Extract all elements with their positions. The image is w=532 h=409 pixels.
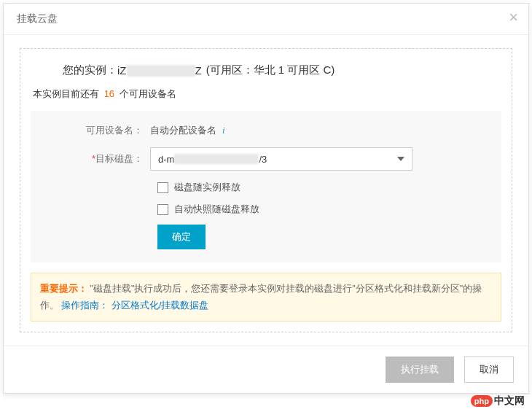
mount-disk-modal: 挂载云盘 × 您的实例： iZ Z (可用区：华北 1 可用区 C) 本实例目前… <box>3 3 529 394</box>
device-name-row: 可用设备名： 自动分配设备名 i <box>42 124 490 137</box>
device-name-label: 可用设备名： <box>42 124 150 137</box>
confirm-button[interactable]: 确定 <box>157 225 206 249</box>
device-count-line: 本实例目前还有 16 个可用设备名 <box>33 87 501 101</box>
target-disk-suffix: /3 <box>259 154 267 165</box>
instance-label: 您的实例： <box>63 63 117 77</box>
modal-header: 挂载云盘 × <box>4 4 528 35</box>
instance-info: 您的实例： iZ Z (可用区：华北 1 可用区 C) <box>63 63 501 77</box>
release-with-instance-checkbox[interactable] <box>157 182 168 193</box>
watermark-badge: php <box>471 395 493 407</box>
cancel-button[interactable]: 取消 <box>464 357 514 383</box>
target-disk-select[interactable]: d-m /3 <box>150 147 412 171</box>
release-with-instance-label: 磁盘随实例释放 <box>174 181 240 194</box>
instance-id-censored <box>127 65 195 77</box>
device-count-value: 16 <box>104 88 114 99</box>
instance-id-suffix: Z <box>195 64 202 77</box>
release-snapshot-checkbox[interactable] <box>157 204 168 215</box>
hint-strong: 重要提示： <box>40 284 87 294</box>
close-icon[interactable]: × <box>509 9 518 26</box>
modal-body: 您的实例： iZ Z (可用区：华北 1 可用区 C) 本实例目前还有 16 个… <box>4 35 528 346</box>
execute-mount-button[interactable]: 执行挂载 <box>386 357 454 383</box>
instance-id-prefix: iZ <box>117 64 127 77</box>
watermark-text: 中文网 <box>494 394 525 408</box>
device-count-prefix: 本实例目前还有 <box>33 88 99 99</box>
target-disk-prefix: d-m <box>158 154 174 165</box>
device-name-value-wrap: 自动分配设备名 i <box>150 124 225 137</box>
modal-footer: 执行挂载 取消 <box>4 346 528 393</box>
hint-box: 重要提示： "磁盘挂载"执行成功后，您还需要登录本实例对挂载的磁盘进行"分区格式… <box>31 273 501 322</box>
device-name-value: 自动分配设备名 <box>150 124 216 137</box>
hint-guide-label: 操作指南： <box>61 300 109 311</box>
hint-guide-link[interactable]: 分区格式化/挂载数据盘 <box>112 300 208 311</box>
chevron-down-icon <box>397 157 404 161</box>
content-panel: 您的实例： iZ Z (可用区：华北 1 可用区 C) 本实例目前还有 16 个… <box>20 48 512 332</box>
info-icon[interactable]: i <box>222 125 225 136</box>
instance-zone: (可用区：华北 1 可用区 C) <box>206 63 335 77</box>
device-count-suffix: 个可用设备名 <box>120 88 176 99</box>
release-with-instance-row[interactable]: 磁盘随实例释放 <box>157 181 490 194</box>
target-disk-label: *目标磁盘： <box>42 152 150 165</box>
release-snapshot-row[interactable]: 自动快照随磁盘释放 <box>157 203 490 216</box>
release-snapshot-label: 自动快照随磁盘释放 <box>174 203 259 216</box>
form-panel: 可用设备名： 自动分配设备名 i *目标磁盘： d-m /3 <box>31 111 501 262</box>
target-disk-censored <box>174 154 259 164</box>
modal-title: 挂载云盘 <box>17 12 58 24</box>
target-disk-row: *目标磁盘： d-m /3 <box>42 147 490 171</box>
watermark: php 中文网 <box>471 394 525 408</box>
